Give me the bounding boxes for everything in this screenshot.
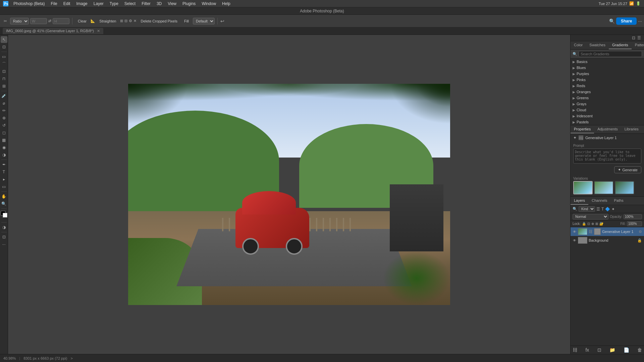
straighten-button[interactable]: Straighten — [97, 18, 119, 24]
gradient-search-input[interactable] — [579, 51, 642, 57]
lasso-tool[interactable]: ⌒ — [1, 61, 7, 67]
more-arrow[interactable]: > — [70, 356, 72, 360]
gradient-section-reds[interactable]: ▶ Reds — [571, 83, 644, 89]
panel-icon-1[interactable]: ⊡ — [632, 36, 635, 40]
crop-tool[interactable]: ✂ — [2, 18, 9, 24]
frame-tool[interactable]: ⊞ — [1, 83, 7, 89]
tab-paths[interactable]: Paths — [611, 197, 627, 205]
opacity-input[interactable] — [624, 214, 642, 219]
tab-layers[interactable]: Layers — [571, 197, 588, 205]
gradient-section-pinks[interactable]: ▶ Pinks — [571, 77, 644, 83]
clear-button[interactable]: Clear — [75, 18, 89, 24]
gradient-section-iridescent[interactable]: ▶ Iridescent — [571, 113, 644, 119]
layer-icon-2[interactable]: T — [601, 207, 604, 212]
tab-color[interactable]: Color — [571, 41, 586, 49]
menu-type[interactable]: Type — [107, 1, 121, 7]
eraser-tool[interactable]: ◻ — [1, 129, 7, 136]
screen-mode[interactable]: ⊡ — [1, 234, 7, 240]
menu-file[interactable]: File — [48, 1, 60, 7]
gradient-section-greens[interactable]: ▶ Greens — [571, 95, 644, 101]
search-icon[interactable]: 🔍 — [609, 18, 615, 24]
gradient-section-pastels[interactable]: ▶ Pastels — [571, 119, 644, 125]
tab-adjustments[interactable]: Adjustments — [594, 125, 621, 133]
swap-icon[interactable]: ⇄ — [48, 19, 51, 23]
panel-icon-2[interactable]: ☰ — [637, 36, 641, 40]
tab-channels[interactable]: Channels — [588, 197, 610, 205]
extra-tools[interactable]: ··· — [1, 241, 7, 248]
undo-icon[interactable]: ↩ — [220, 18, 224, 24]
layer-row-generative[interactable]: 👁 ⛓ Generative Layer 1 ⚙ — [571, 227, 644, 236]
clone-tool[interactable]: ⊕ — [1, 115, 7, 121]
menu-edit[interactable]: Edit — [61, 1, 73, 7]
path-select-tool[interactable]: ▸ — [1, 176, 7, 183]
gradient-section-oranges[interactable]: ▶ Oranges — [571, 89, 644, 95]
height-input[interactable] — [53, 18, 69, 24]
eye-icon-generative[interactable]: 👁 — [573, 230, 577, 234]
lock-transform-icon[interactable]: ⊕ — [591, 222, 594, 226]
settings-icon-layer[interactable]: ⚙ — [639, 230, 642, 234]
add-style-btn[interactable]: fx — [585, 347, 589, 353]
dodge-tool[interactable]: ◑ — [1, 152, 7, 158]
variation-thumb-2[interactable] — [594, 181, 613, 194]
add-mask-btn[interactable]: ⊡ — [597, 347, 601, 353]
gradient-tool[interactable]: ▦ — [1, 137, 7, 143]
text-tool[interactable]: T — [1, 169, 7, 175]
hand-tool[interactable]: ✋ — [1, 193, 7, 200]
gradient-section-cloud[interactable]: ▶ Cloud — [571, 107, 644, 113]
shape-tool[interactable]: ▭ — [1, 183, 7, 190]
menu-help[interactable]: Help — [219, 1, 233, 7]
eyedropper-tool[interactable]: 💉 — [1, 93, 7, 99]
menu-image[interactable]: Image — [73, 1, 90, 7]
zoom-tool[interactable]: 🔍 — [1, 200, 7, 207]
variation-thumb-1[interactable] — [573, 181, 593, 194]
tab-swatches[interactable]: Swatches — [586, 41, 609, 49]
layer-icon-3[interactable]: 🔷 — [605, 207, 610, 212]
history-brush[interactable]: ↺ — [1, 122, 7, 129]
lock-pos-icon[interactable]: 🔒 — [582, 222, 586, 226]
artboard-tool[interactable]: ⊡ — [1, 44, 7, 50]
share-button[interactable]: Share — [616, 17, 637, 25]
color-picker[interactable] — [1, 211, 7, 220]
lock-artboard-icon[interactable]: ⊞ — [595, 222, 598, 226]
menu-photoshop[interactable]: Photoshop (Beta) — [11, 1, 47, 7]
menu-window[interactable]: Window — [199, 1, 219, 7]
pen-tool[interactable]: ✒ — [1, 161, 7, 168]
menu-select[interactable]: Select — [122, 1, 138, 7]
brush-tool[interactable]: ✏ — [1, 107, 7, 114]
lock-px-icon[interactable]: ⊡ — [587, 222, 590, 226]
link-layers-btn[interactable]: ⛓ — [573, 347, 577, 353]
tab-libraries[interactable]: Libraries — [621, 125, 642, 133]
new-layer-btn[interactable]: 📄 — [624, 347, 629, 353]
move-tool[interactable]: ↖ — [1, 36, 7, 43]
document-tab[interactable]: IMG_0660.jpeg @ 41% (Generative Layer 1,… — [3, 28, 103, 34]
variation-thumb-3[interactable] — [615, 181, 634, 194]
gradient-section-blues[interactable]: ▶ Blues — [571, 65, 644, 71]
more-icon[interactable]: ··· — [638, 18, 642, 24]
layer-row-background[interactable]: 👁 Background 🔒 — [571, 236, 644, 245]
properties-generate-button[interactable]: ✦ Generate — [614, 166, 641, 173]
heal-tool[interactable]: ⌀ — [1, 100, 7, 107]
marquee-tool[interactable]: ▭ — [1, 53, 7, 60]
ratio-select[interactable]: Ratio — [10, 18, 29, 24]
fill-input[interactable] — [627, 221, 642, 226]
fill-select[interactable]: Default — [193, 18, 215, 24]
blur-tool[interactable]: ◉ — [1, 144, 7, 151]
delete-layer-btn[interactable]: 🗑 — [637, 347, 642, 353]
gradient-section-basics[interactable]: ▶ Basics — [571, 59, 644, 65]
new-group-btn[interactable]: 📁 — [609, 347, 615, 353]
prompt-textarea[interactable] — [573, 148, 641, 164]
menu-3d[interactable]: 3D — [154, 1, 164, 7]
menu-layer[interactable]: Layer — [91, 1, 106, 7]
eye-icon-background[interactable]: 👁 — [573, 238, 577, 242]
blend-mode-select[interactable]: Normal — [573, 214, 608, 220]
tab-gradients[interactable]: Gradients — [609, 41, 632, 49]
gradient-section-grays[interactable]: ▶ Grays — [571, 101, 644, 107]
tab-properties[interactable]: Properties — [571, 125, 594, 133]
menu-filter[interactable]: Filter — [139, 1, 153, 7]
gradient-section-purples[interactable]: ▶ Purples — [571, 71, 644, 77]
kind-filter-select[interactable]: Kind — [579, 206, 595, 212]
width-input[interactable] — [30, 18, 47, 24]
background-color[interactable] — [3, 213, 7, 218]
tab-patterns[interactable]: Patterns — [632, 41, 644, 49]
crop-tool-left[interactable]: ⊓ — [1, 75, 7, 82]
